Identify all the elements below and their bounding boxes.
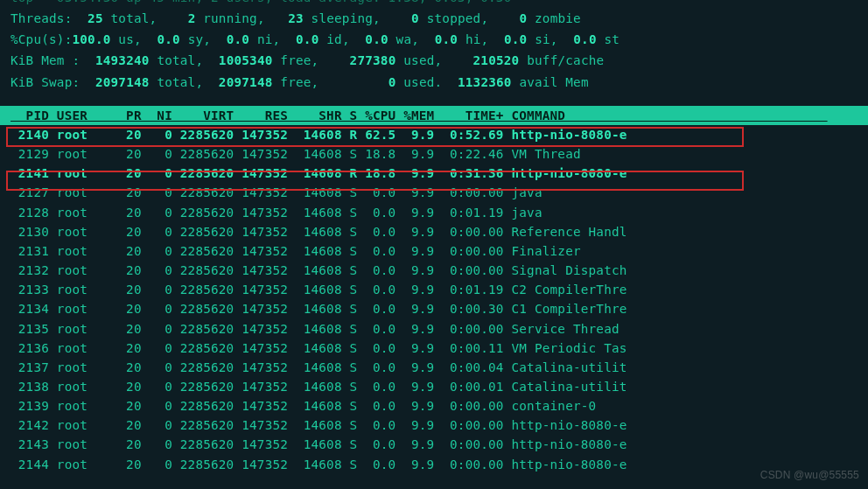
process-row: 2139 root 20 0 2285620 147352 14608 S 0.…	[0, 396, 868, 416]
top-uptime-line: top - 03:54:30 up 45 min, 2 users, load …	[0, 0, 868, 9]
process-row: 2132 root 20 0 2285620 147352 14608 S 0.…	[0, 261, 868, 280]
process-row: 2135 root 20 0 2285620 147352 14608 S 0.…	[0, 319, 868, 339]
process-row: 2138 root 20 0 2285620 147352 14608 S 0.…	[0, 377, 868, 396]
process-row: 2129 root 20 0 2285620 147352 14608 S 18…	[0, 144, 868, 164]
process-list: 2140 root 20 0 2285620 147352 14608 R 62…	[0, 125, 868, 474]
process-header: PID USER PR NI VIRT RES SHR S %CPU %MEM …	[0, 106, 868, 125]
process-row: 2143 root 20 0 2285620 147352 14608 S 0.…	[0, 435, 868, 454]
process-row: 2137 root 20 0 2285620 147352 14608 S 0.…	[0, 358, 868, 377]
watermark: CSDN @wu@55555	[760, 467, 859, 484]
process-row: 2140 root 20 0 2285620 147352 14608 R 62…	[0, 125, 868, 144]
process-row: 2127 root 20 0 2285620 147352 14608 S 0.…	[0, 183, 868, 202]
process-row: 2131 root 20 0 2285620 147352 14608 S 0.…	[0, 241, 868, 261]
process-row: 2133 root 20 0 2285620 147352 14608 S 0.…	[0, 280, 868, 299]
process-row: 2141 root 20 0 2285620 147352 14608 R 18…	[0, 164, 868, 183]
swap-line: KiB Swap: 2097148 total, 2097148 free, 0…	[0, 73, 868, 94]
process-row: 2136 root 20 0 2285620 147352 14608 S 0.…	[0, 339, 868, 358]
mem-line: KiB Mem : 1493240 total, 1005340 free, 2…	[0, 51, 868, 72]
process-row: 2134 root 20 0 2285620 147352 14608 S 0.…	[0, 299, 868, 318]
threads-line: Threads: 25 total, 2 running, 23 sleepin…	[0, 9, 868, 30]
process-row: 2130 root 20 0 2285620 147352 14608 S 0.…	[0, 222, 868, 241]
cpu-line: %Cpu(s):100.0 us, 0.0 sy, 0.0 ni, 0.0 id…	[0, 30, 868, 51]
process-row: 2128 root 20 0 2285620 147352 14608 S 0.…	[0, 203, 868, 222]
process-row: 2142 root 20 0 2285620 147352 14608 S 0.…	[0, 416, 868, 435]
process-row: 2144 root 20 0 2285620 147352 14608 S 0.…	[0, 455, 868, 474]
